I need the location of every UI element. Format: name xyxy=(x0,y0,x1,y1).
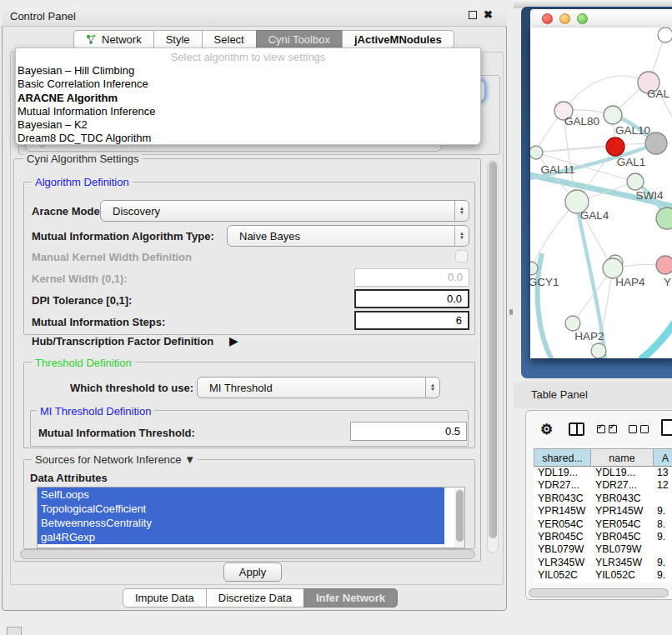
node-label: GCY1 xyxy=(530,276,559,288)
column-header-2[interactable]: name xyxy=(591,448,654,467)
attribute-item-selected[interactable]: gal4RGexp xyxy=(38,530,444,544)
attribute-item-selected[interactable]: SelfLoops xyxy=(38,488,444,502)
network-window-titlebar[interactable] xyxy=(530,9,672,28)
node-label: HAP4 xyxy=(615,276,645,288)
table-row[interactable]: YBR043CYBR043C xyxy=(534,492,672,505)
minimize-traffic-light-icon[interactable] xyxy=(559,13,570,24)
tab-cyni-toolbox[interactable]: Cyni Toolbox xyxy=(256,30,343,49)
dpi-tolerance-field[interactable]: 0.0 xyxy=(354,289,469,308)
table-hscrollbar[interactable] xyxy=(529,588,669,598)
node-label: GAL80 xyxy=(564,115,599,128)
tab-infer-network[interactable]: Infer Network xyxy=(303,588,398,608)
network-canvas[interactable]: GALGAL80GAL10GAL1GAL11SWI4GAL4YGCY1HAP4H… xyxy=(530,28,672,358)
network-graph: GALGAL80GAL10GAL1GAL11SWI4GAL4YGCY1HAP4H… xyxy=(530,28,672,358)
table-cell: YPR145W xyxy=(534,505,591,518)
table-cell: 13 xyxy=(654,467,672,479)
network-node-gal1[interactable] xyxy=(606,138,624,156)
tab-select[interactable]: Select xyxy=(202,30,257,49)
aracne-mode-combo[interactable]: Discovery ▲▼ xyxy=(100,200,469,222)
attributes-scrollbar-thumb[interactable] xyxy=(456,490,464,542)
algorithm-option[interactable]: Bayesian – K2 xyxy=(16,118,480,132)
split-columns-icon[interactable] xyxy=(569,422,584,436)
combo-stepper-icon: ▲▼ xyxy=(454,201,469,221)
tab-discretize-data[interactable]: Discretize Data xyxy=(206,588,304,608)
attribute-item-selected[interactable]: TopologicalCoefficient xyxy=(38,502,444,516)
close-icon[interactable]: ✖ xyxy=(484,8,493,21)
control-panel-tab-bar: NetworkStyleSelectCyni ToolboxjActiveMNo… xyxy=(73,30,454,49)
mi-threshold-field[interactable]: 0.5 xyxy=(350,422,467,441)
table-row[interactable]: YBL079WYBL079W xyxy=(534,543,672,556)
table-row[interactable]: YPR145WYPR145W9. xyxy=(534,505,672,518)
node-label: GAL11 xyxy=(540,163,574,176)
table-row[interactable]: YBR045CYBR045C9. xyxy=(534,531,672,543)
settings-vscrollbar-thumb[interactable] xyxy=(489,162,497,538)
network-node[interactable] xyxy=(645,132,667,154)
mi-type-combo[interactable]: Naive Bayes ▲▼ xyxy=(227,225,469,247)
which-threshold-combo[interactable]: MI Threshold ▲▼ xyxy=(197,377,440,398)
column-header-3[interactable]: A xyxy=(654,448,672,467)
float-window-icon[interactable] xyxy=(469,11,477,19)
algorithm-option[interactable]: Basic Correlation Inference xyxy=(16,78,480,91)
table-row[interactable]: YDL19...YDL19...13 xyxy=(534,467,672,479)
tab-jactivemnodules[interactable]: jActiveMNodules xyxy=(342,30,454,49)
threshold-definition-legend: Threshold Definition xyxy=(32,357,135,369)
table-cell: YIL052C xyxy=(591,569,654,582)
kernel-width-label: Kernel Width (0,1): xyxy=(32,272,128,285)
table-cell: YDL19... xyxy=(591,467,654,479)
control-panel-titlebar xyxy=(2,7,507,27)
table-cell: YDR27... xyxy=(591,479,654,492)
unchecked-boxes-icon[interactable] xyxy=(629,425,649,433)
checked-boxes-icon[interactable] xyxy=(597,425,617,433)
network-node-hap2[interactable] xyxy=(565,316,580,331)
aracne-mode-label: Aracne Mode: xyxy=(32,205,103,218)
table-row[interactable]: YER054CYER054C8. xyxy=(534,518,672,531)
node-label: SWI4 xyxy=(635,189,663,202)
algorithm-option[interactable]: ARACNE Algorithm xyxy=(16,92,480,105)
tab-network[interactable]: Network xyxy=(73,30,154,49)
algorithm-option[interactable]: Mutual Information Inference xyxy=(16,105,480,118)
manual-kernel-checkbox[interactable] xyxy=(455,250,468,262)
data-attributes-label: Data Attributes xyxy=(30,472,108,484)
table-row[interactable]: YIL052CYIL052C9. xyxy=(534,569,672,582)
table-row[interactable]: YDR27...YDR27...12 xyxy=(534,479,672,492)
network-node[interactable] xyxy=(658,28,672,42)
network-node-swi4[interactable] xyxy=(627,173,644,190)
attribute-item-selected[interactable]: BetweennessCentrality xyxy=(38,516,444,530)
aracne-mode-value: Discovery xyxy=(101,205,454,218)
panel-resize-handle[interactable] xyxy=(509,309,513,315)
table-cell: YBR045C xyxy=(534,531,591,543)
column-header-1[interactable]: shared... xyxy=(534,448,591,467)
data-attributes-list[interactable]: SelfLoopsTopologicalCoefficientBetweenne… xyxy=(37,487,465,548)
algorithm-option[interactable]: Bayesian – Hill Climbing xyxy=(16,64,480,78)
apply-button[interactable]: Apply xyxy=(223,562,282,582)
document-icon[interactable] xyxy=(661,419,672,436)
node-table[interactable]: shared...nameAYDL19...YDL19...13YDR27...… xyxy=(534,448,672,582)
network-node-gal10[interactable] xyxy=(604,106,622,124)
hub-section-toggle[interactable]: Hub/Transcription Factor Definition xyxy=(32,335,213,348)
collapsed-panel-icon[interactable] xyxy=(7,627,22,635)
settings-hscrollbar[interactable] xyxy=(20,549,475,559)
table-cell: 9. xyxy=(654,505,672,518)
which-threshold-label: Which threshold to use: xyxy=(70,382,193,394)
mi-steps-field[interactable]: 6 xyxy=(354,311,469,330)
table-cell: YBR045C xyxy=(591,531,654,543)
network-node-gal11[interactable] xyxy=(530,146,543,159)
tab-style[interactable]: Style xyxy=(153,30,203,49)
zoom-traffic-light-icon[interactable] xyxy=(577,13,588,24)
expanded-arrow-icon: ▼ xyxy=(184,453,195,466)
gear-icon[interactable]: ⚙ xyxy=(540,421,553,438)
algorithm-dropdown-popup: Select algorithm to view settings Bayesi… xyxy=(15,48,481,145)
collapsed-arrow-icon[interactable]: ▶ xyxy=(229,334,238,348)
network-node[interactable] xyxy=(656,208,672,229)
table-row[interactable]: YLR345WYLR345W9. xyxy=(534,557,672,569)
node-label: Y xyxy=(664,276,671,288)
network-node[interactable] xyxy=(591,343,606,358)
tab-impute-data[interactable]: Impute Data xyxy=(123,588,207,608)
network-node-y[interactable] xyxy=(656,256,672,274)
close-traffic-light-icon[interactable] xyxy=(542,13,553,24)
sources-legend[interactable]: Sources for Network Inference ▼ xyxy=(32,453,198,466)
algorithm-option[interactable]: Dream8 DC_TDC Algorithm xyxy=(16,132,480,145)
table-cell: 9. xyxy=(654,531,672,543)
kernel-width-field[interactable]: 0.0 xyxy=(354,268,469,287)
control-panel-title: Control Panel xyxy=(10,10,76,22)
